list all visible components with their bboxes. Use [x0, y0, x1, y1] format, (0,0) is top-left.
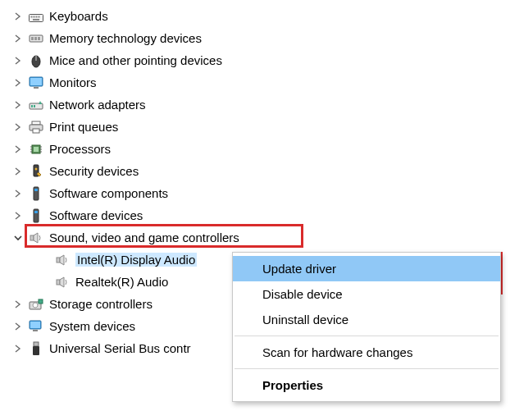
svg-rect-3 [36, 16, 38, 17]
chevron-right-icon[interactable] [11, 209, 25, 222]
software-icon [28, 186, 44, 201]
tree-item-label: Security devices [49, 164, 139, 178]
svg-rect-8 [34, 37, 37, 40]
tree-item-label: Intel(R) Display Audio [75, 253, 197, 267]
chevron-right-icon[interactable] [11, 121, 25, 134]
monitor-icon [28, 75, 44, 90]
svg-rect-5 [33, 19, 39, 21]
menu-item-label: Update driver [262, 262, 336, 276]
svg-rect-44 [34, 342, 39, 346]
menu-separator [235, 336, 499, 336]
tree-item-mice[interactable]: Mice and other pointing devices [11, 49, 510, 71]
chevron-right-icon[interactable] [11, 187, 25, 200]
svg-rect-18 [32, 121, 40, 125]
svg-rect-20 [33, 129, 39, 133]
tree-item-sound[interactable]: Sound, video and game controllers [11, 226, 510, 249]
tree-item-label: Storage controllers [49, 297, 153, 311]
svg-rect-36 [57, 258, 60, 262]
tree-item-monitors[interactable]: Monitors [11, 71, 510, 94]
memory-icon [28, 31, 44, 46]
usb-icon [28, 341, 44, 356]
spacer [38, 276, 51, 289]
system-icon [28, 319, 44, 334]
svg-rect-7 [31, 37, 34, 40]
tree-item-label: Memory technology devices [49, 31, 202, 45]
svg-rect-4 [39, 16, 40, 17]
software-icon [28, 208, 44, 223]
svg-rect-32 [34, 189, 38, 191]
chevron-down-icon[interactable] [11, 231, 25, 244]
tree-item-processors[interactable]: Processors [11, 138, 510, 160]
context-menu: Update driver Disable device Uninstall d… [232, 252, 501, 402]
svg-rect-0 [30, 14, 43, 21]
printer-icon [28, 120, 44, 135]
tree-item-print[interactable]: Print queues [11, 116, 510, 138]
svg-rect-37 [57, 280, 60, 285]
chevron-right-icon[interactable] [11, 342, 25, 355]
tree-item-label: Mice and other pointing devices [49, 53, 222, 67]
chevron-right-icon[interactable] [11, 76, 25, 89]
chevron-right-icon[interactable] [11, 143, 25, 156]
speaker-icon [54, 253, 71, 267]
tree-item-network[interactable]: Network adapters [11, 94, 510, 116]
svg-rect-42 [30, 322, 40, 328]
svg-point-39 [33, 303, 38, 308]
tree-item-software-components[interactable]: Software components [11, 182, 510, 204]
menu-item-update-driver[interactable]: Update driver [233, 256, 500, 281]
security-icon [28, 164, 44, 179]
speaker-icon [28, 231, 44, 245]
chevron-right-icon[interactable] [11, 10, 25, 23]
tree-item-software-devices[interactable]: Software devices [11, 204, 510, 226]
chevron-right-icon[interactable] [11, 298, 25, 311]
tree-item-label: Software components [49, 186, 168, 200]
menu-item-uninstall-device[interactable]: Uninstall device [233, 307, 500, 332]
mouse-icon [28, 53, 44, 68]
svg-rect-40 [39, 299, 43, 304]
tree-item-label: Monitors [49, 75, 97, 89]
svg-rect-13 [30, 78, 42, 85]
tree-item-security[interactable]: Security devices [11, 160, 510, 182]
tree-item-label: Universal Serial Bus contr [49, 341, 191, 355]
menu-separator [235, 368, 499, 369]
tree-item-label: Network adapters [49, 98, 146, 112]
chevron-right-icon[interactable] [11, 32, 25, 45]
svg-rect-17 [34, 105, 35, 107]
tree-item-label: Processors [49, 142, 111, 156]
tree-item-label: System devices [49, 319, 135, 333]
svg-rect-9 [38, 37, 40, 40]
tree-item-label: Print queues [49, 120, 118, 134]
svg-rect-22 [34, 147, 39, 152]
svg-rect-1 [31, 16, 33, 17]
speaker-icon [54, 275, 71, 290]
menu-item-label: Scan for hardware changes [262, 345, 412, 359]
storage-icon [28, 297, 44, 312]
menu-item-label: Disable device [262, 287, 343, 301]
chevron-right-icon[interactable] [11, 320, 25, 333]
svg-rect-16 [31, 105, 33, 107]
tree-item-memory[interactable]: Memory technology devices [11, 27, 510, 49]
network-icon [28, 98, 44, 112]
menu-item-scan-hardware[interactable]: Scan for hardware changes [233, 340, 500, 365]
svg-rect-43 [33, 330, 38, 331]
svg-rect-2 [34, 16, 35, 17]
chevron-right-icon[interactable] [11, 98, 25, 112]
svg-rect-34 [34, 211, 38, 213]
tree-item-label: Software devices [49, 208, 143, 222]
svg-rect-35 [30, 235, 34, 240]
chevron-right-icon[interactable] [11, 165, 25, 178]
tree-item-keyboards[interactable]: Keyboards [11, 5, 510, 27]
menu-item-label: Uninstall device [262, 313, 348, 326]
menu-item-label: Properties [262, 378, 323, 392]
tree-item-label: Realtek(R) Audio [75, 275, 168, 289]
menu-item-properties[interactable]: Properties [233, 372, 500, 398]
svg-rect-14 [34, 87, 39, 89]
cpu-icon [28, 142, 44, 157]
keyboard-icon [28, 9, 44, 24]
svg-rect-45 [33, 346, 39, 355]
svg-point-30 [35, 167, 38, 170]
spacer [38, 253, 51, 267]
menu-item-disable-device[interactable]: Disable device [233, 281, 500, 307]
chevron-right-icon[interactable] [11, 54, 25, 67]
tree-item-label: Keyboards [49, 9, 108, 23]
tree-item-label: Sound, video and game controllers [49, 231, 239, 244]
